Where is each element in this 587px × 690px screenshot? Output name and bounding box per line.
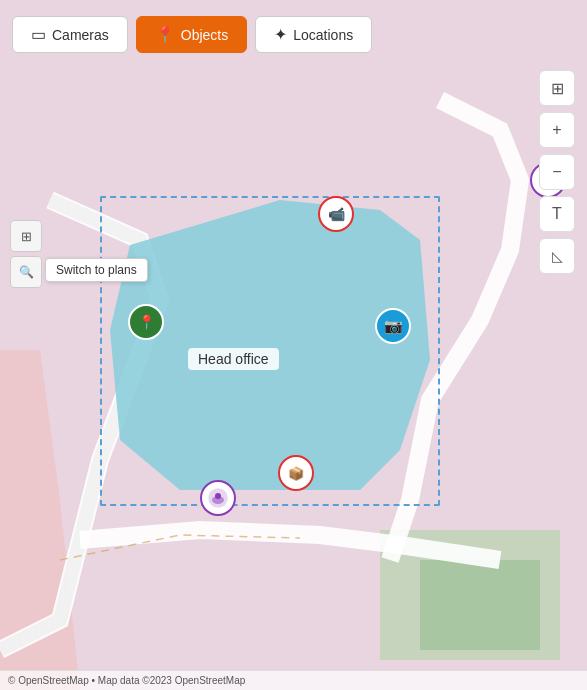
- marker-camera-blue[interactable]: 📷: [375, 308, 411, 344]
- search-icon: 🔍: [19, 265, 34, 279]
- svg-point-7: [215, 493, 221, 499]
- grid-icon: ⊞: [21, 229, 32, 244]
- zoom-in-icon: +: [552, 121, 561, 139]
- zoom-out-icon: −: [552, 163, 561, 181]
- locations-label: Locations: [293, 27, 353, 43]
- ruler-button[interactable]: ◺: [539, 238, 575, 274]
- camera-marker-icon: 📷: [384, 317, 403, 335]
- marker-location-green[interactable]: 📍: [128, 304, 164, 340]
- zoom-in-button[interactable]: +: [539, 112, 575, 148]
- ruler-icon: ◺: [552, 248, 563, 264]
- marker-object-top[interactable]: 📹: [318, 196, 354, 232]
- text-icon: T: [552, 205, 562, 223]
- dome-camera-icon: [207, 487, 229, 509]
- building-label: Head office: [188, 348, 279, 370]
- objects-button[interactable]: 📍 Objects: [136, 16, 247, 53]
- switch-plans-tooltip[interactable]: Switch to plans: [45, 258, 148, 282]
- location-green-icon: 📍: [138, 314, 155, 330]
- object-marker-bottom-icon: 📦: [288, 466, 304, 481]
- marker-object-bottom[interactable]: 📦: [278, 455, 314, 491]
- toolbar: ▭ Cameras 📍 Objects ✦ Locations: [12, 16, 372, 53]
- layers-button[interactable]: ⊞: [539, 70, 575, 106]
- cameras-button[interactable]: ▭ Cameras: [12, 16, 128, 53]
- cameras-label: Cameras: [52, 27, 109, 43]
- object-marker-top-icon: 📹: [328, 206, 345, 222]
- footer-text: © OpenStreetMap • Map data ©2023 OpenStr…: [8, 675, 245, 686]
- layers-icon: ⊞: [551, 79, 564, 98]
- grid-button[interactable]: ⊞: [10, 220, 42, 252]
- objects-icon: 📍: [155, 25, 175, 44]
- map-container: ▭ Cameras 📍 Objects ✦ Locations ⊞ + − T …: [0, 0, 587, 690]
- camera-icon: ▭: [31, 25, 46, 44]
- locations-button[interactable]: ✦ Locations: [255, 16, 372, 53]
- search-button[interactable]: 🔍: [10, 256, 42, 288]
- text-button[interactable]: T: [539, 196, 575, 232]
- svg-rect-3: [420, 560, 540, 650]
- marker-location-bottom-left[interactable]: [200, 480, 236, 516]
- svg-marker-4: [110, 200, 430, 490]
- objects-label: Objects: [181, 27, 228, 43]
- map-footer: © OpenStreetMap • Map data ©2023 OpenStr…: [0, 670, 587, 690]
- left-tools: ⊞ 🔍: [10, 220, 42, 288]
- map-background: [0, 0, 587, 690]
- zoom-out-button[interactable]: −: [539, 154, 575, 190]
- right-tools: ⊞ + − T ◺: [539, 70, 575, 274]
- switch-plans-label: Switch to plans: [56, 263, 137, 277]
- locations-icon: ✦: [274, 25, 287, 44]
